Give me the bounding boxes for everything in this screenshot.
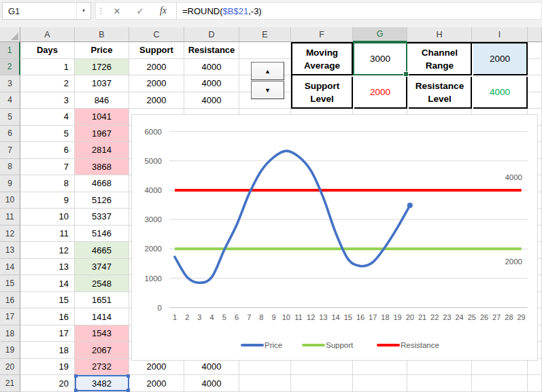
cell-A9[interactable]: 8 [20, 175, 75, 192]
row-header-21[interactable]: 21 [0, 375, 20, 392]
cell-C3[interactable]: 2000 [129, 75, 184, 92]
cell-A2[interactable]: 1 [20, 59, 75, 76]
row-header-14[interactable]: 14 [0, 259, 20, 276]
col-header-E[interactable]: E [239, 27, 291, 42]
formula-input[interactable]: =ROUND($B$21,-3) [178, 6, 541, 16]
row-header-3[interactable]: 3 [0, 75, 20, 92]
cell-A11[interactable]: 10 [20, 209, 75, 226]
cell-B13[interactable]: 4665 [75, 242, 129, 259]
spin-down-button[interactable]: ▼ [251, 81, 284, 99]
cell-B11[interactable]: 5337 [75, 209, 129, 226]
cell-B1[interactable]: Price [75, 42, 129, 59]
cell-D21[interactable]: 4000 [184, 375, 239, 392]
param-value[interactable]: 3000 [354, 43, 407, 75]
cell-A19[interactable]: 18 [20, 342, 75, 359]
cell-B19[interactable]: 2067 [75, 342, 129, 359]
cell-A7[interactable]: 6 [20, 142, 75, 159]
cell-A17[interactable]: 16 [20, 308, 75, 325]
cell-B17[interactable]: 1414 [75, 308, 129, 325]
spin-up-button[interactable]: ▲ [251, 62, 284, 80]
legend-label-resistance[interactable]: Resistance [401, 341, 439, 349]
cell-D3[interactable]: 4000 [184, 75, 239, 92]
cell-A20[interactable]: 19 [20, 359, 75, 376]
cell-A10[interactable]: 9 [20, 192, 75, 209]
col-header-G[interactable]: G [353, 27, 407, 42]
row-header-6[interactable]: 6 [0, 126, 20, 143]
price-chart[interactable]: 0100020003000400050006000123456789101112… [131, 114, 538, 361]
row-header-16[interactable]: 16 [0, 292, 20, 309]
row-header-10[interactable]: 10 [0, 192, 20, 209]
name-box-dropdown-icon[interactable]: ▾ [76, 3, 90, 19]
row-header-7[interactable]: 7 [0, 142, 20, 159]
row-header-5[interactable]: 5 [0, 109, 20, 126]
cell-C21[interactable]: 2000 [129, 375, 184, 392]
cell-A3[interactable]: 2 [20, 75, 75, 92]
cell-I21[interactable] [472, 375, 528, 392]
insert-function-icon[interactable]: fx [152, 5, 175, 16]
legend-label-price[interactable]: Price [265, 341, 282, 349]
col-header-D[interactable]: D [184, 27, 239, 42]
row-header-9[interactable]: 9 [0, 175, 20, 192]
row-header-19[interactable]: 19 [0, 342, 20, 359]
cell-A4[interactable]: 3 [20, 92, 75, 109]
cell-D2[interactable]: 4000 [184, 59, 239, 76]
cell-B7[interactable]: 2814 [75, 142, 129, 159]
cell-B16[interactable]: 1651 [75, 292, 129, 309]
cell-J3[interactable] [528, 75, 542, 92]
cell-B5[interactable]: 1041 [75, 109, 129, 126]
cell-B12[interactable]: 5146 [75, 226, 129, 243]
cell-J4[interactable] [528, 92, 542, 109]
cell-G21[interactable] [353, 375, 407, 392]
cell-B18[interactable]: 1543 [75, 325, 129, 342]
cell-E1[interactable] [239, 42, 291, 59]
row-header-8[interactable]: 8 [0, 159, 20, 176]
row-header-18[interactable]: 18 [0, 325, 20, 342]
param-value[interactable]: 4000 [473, 77, 528, 109]
cell-B20[interactable]: 2732 [75, 359, 129, 376]
col-header-extra[interactable] [528, 27, 542, 42]
cell-B10[interactable]: 5126 [75, 192, 129, 209]
cell-D4[interactable]: 4000 [184, 92, 239, 109]
cell-A5[interactable]: 4 [20, 109, 75, 126]
row-header-2[interactable]: 2 [0, 59, 20, 76]
cell-C4[interactable]: 2000 [129, 92, 184, 109]
cell-A15[interactable]: 14 [20, 275, 75, 292]
cancel-icon[interactable]: ✕ [105, 6, 129, 16]
cell-B6[interactable]: 1967 [75, 126, 129, 143]
cell-B8[interactable]: 3868 [75, 159, 129, 176]
row-header-13[interactable]: 13 [0, 242, 20, 259]
row-header-1[interactable]: 1 [0, 42, 20, 59]
cell-A18[interactable]: 17 [20, 325, 75, 342]
cell-A14[interactable]: 13 [20, 259, 75, 276]
cell-A21[interactable]: 20 [20, 375, 75, 392]
cell-B21[interactable]: 3482 [75, 375, 129, 392]
row-header-20[interactable]: 20 [0, 359, 20, 376]
cell-C2[interactable]: 2000 [129, 59, 184, 76]
cell-J21[interactable] [528, 375, 542, 392]
cell-B2[interactable]: 1726 [75, 59, 129, 76]
param-value[interactable]: 2000 [473, 43, 528, 75]
row-header-12[interactable]: 12 [0, 226, 20, 243]
cell-A8[interactable]: 7 [20, 159, 75, 176]
cell-B4[interactable]: 846 [75, 92, 129, 109]
row-header-4[interactable]: 4 [0, 92, 20, 109]
select-all-corner[interactable] [0, 27, 20, 42]
legend-label-support[interactable]: Support [326, 341, 354, 349]
col-header-H[interactable]: H [407, 27, 472, 42]
col-header-A[interactable]: A [20, 27, 75, 42]
row-header-15[interactable]: 15 [0, 275, 20, 292]
cell-A16[interactable]: 15 [20, 292, 75, 309]
name-box[interactable]: G1 ▾ [2, 2, 91, 20]
col-header-C[interactable]: C [129, 27, 184, 42]
row-header-11[interactable]: 11 [0, 209, 20, 226]
col-header-F[interactable]: F [291, 27, 353, 42]
cell-H21[interactable] [407, 375, 472, 392]
cell-A12[interactable]: 11 [20, 226, 75, 243]
cell-C1[interactable]: Support [129, 42, 184, 59]
cell-F21[interactable] [291, 375, 353, 392]
enter-icon[interactable]: ✓ [129, 6, 152, 16]
cell-B9[interactable]: 4668 [75, 175, 129, 192]
cell-A6[interactable]: 5 [20, 126, 75, 143]
col-header-B[interactable]: B [75, 27, 129, 42]
cell-A1[interactable]: Days [20, 42, 75, 59]
